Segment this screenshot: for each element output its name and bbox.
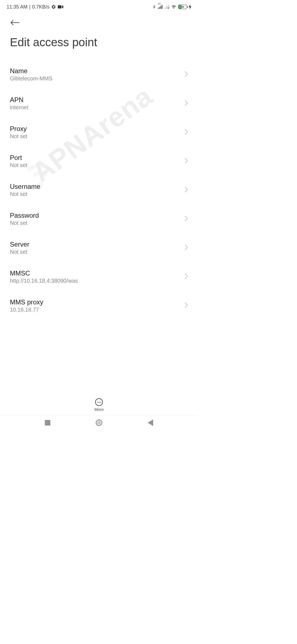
setting-row-port[interactable]: Port Not set <box>10 147 188 176</box>
setting-row-apn[interactable]: APN internet <box>10 89 188 118</box>
setting-value: Gibtelecom-MMS <box>10 75 184 82</box>
setting-label: Proxy <box>10 125 184 133</box>
settings-list: Name Gibtelecom-MMS APN internet Proxy N… <box>0 60 198 320</box>
setting-row-proxy[interactable]: Proxy Not set <box>10 118 188 147</box>
setting-label: MMSC <box>10 269 184 277</box>
setting-value: http://10.16.18.4:38090/was <box>10 278 184 284</box>
setting-row-mmsc[interactable]: MMSC http://10.16.18.4:38090/was <box>10 262 188 291</box>
nav-recents-button[interactable] <box>44 419 51 426</box>
status-left: 11:35 AM | 0.7KB/s <box>7 4 63 10</box>
svg-rect-2 <box>159 7 160 9</box>
chevron-right-icon <box>184 215 188 223</box>
status-bar: 11:35 AM | 0.7KB/s 4G 38 <box>0 0 198 12</box>
setting-label: Port <box>10 154 184 162</box>
setting-value: Not set <box>10 191 184 197</box>
setting-value: Not set <box>10 249 184 255</box>
battery-icon: 38 <box>178 5 187 9</box>
setting-label: MMS proxy <box>10 298 184 306</box>
setting-label: Name <box>10 67 184 75</box>
setting-row-password[interactable]: Password Not set <box>10 204 188 233</box>
svg-rect-4 <box>161 6 162 9</box>
charging-icon <box>189 4 191 9</box>
svg-rect-0 <box>58 5 61 9</box>
setting-label: Username <box>10 183 184 190</box>
setting-row-username[interactable]: Username Not set <box>10 176 188 204</box>
setting-value: Not set <box>10 162 184 168</box>
setting-label: Server <box>10 241 184 248</box>
chevron-right-icon <box>184 273 188 281</box>
svg-rect-7 <box>166 7 166 9</box>
nav-home-button[interactable] <box>95 419 103 426</box>
page-title: Edit access point <box>0 28 198 60</box>
chevron-right-icon <box>184 244 188 252</box>
signal-4g-icon: 4G <box>158 5 163 9</box>
status-right: 4G 38 <box>152 4 191 10</box>
bottom-toolbar: More <box>0 396 198 414</box>
svg-rect-1 <box>158 8 159 9</box>
signal-none-icon <box>164 5 169 9</box>
chevron-right-icon <box>184 100 188 107</box>
setting-value: Not set <box>10 220 184 226</box>
svg-rect-8 <box>166 6 167 9</box>
bluetooth-icon <box>152 4 156 10</box>
more-label: More <box>94 407 104 412</box>
setting-label: Password <box>10 212 184 219</box>
setting-value: Not set <box>10 133 184 140</box>
nav-back-button[interactable] <box>147 419 154 426</box>
setting-value: 10.16.18.77 <box>10 307 184 313</box>
setting-row-server[interactable]: Server Not set <box>10 233 188 262</box>
wifi-icon <box>171 5 177 9</box>
chevron-right-icon <box>184 302 188 310</box>
status-data-rate: 0.7KB/s <box>32 4 50 10</box>
navigation-bar <box>0 416 198 429</box>
more-button[interactable]: More <box>94 398 104 412</box>
setting-label: APN <box>10 96 184 104</box>
setting-row-name[interactable]: Name Gibtelecom-MMS <box>10 60 188 89</box>
svg-rect-6 <box>164 8 165 9</box>
chevron-right-icon <box>184 157 188 165</box>
svg-rect-3 <box>160 6 161 9</box>
status-time: 11:35 AM <box>7 4 28 10</box>
back-button[interactable] <box>10 18 20 28</box>
chevron-right-icon <box>184 71 188 78</box>
svg-rect-5 <box>162 5 163 9</box>
more-icon <box>95 398 103 406</box>
gear-icon <box>51 4 56 9</box>
svg-rect-9 <box>167 6 168 9</box>
chevron-right-icon <box>184 186 188 194</box>
status-separator: | <box>29 4 31 10</box>
setting-value: internet <box>10 104 184 111</box>
header <box>0 12 198 28</box>
setting-row-mms-proxy[interactable]: MMS proxy 10.16.18.77 <box>10 291 188 320</box>
video-icon <box>58 5 63 9</box>
chevron-right-icon <box>184 129 188 136</box>
